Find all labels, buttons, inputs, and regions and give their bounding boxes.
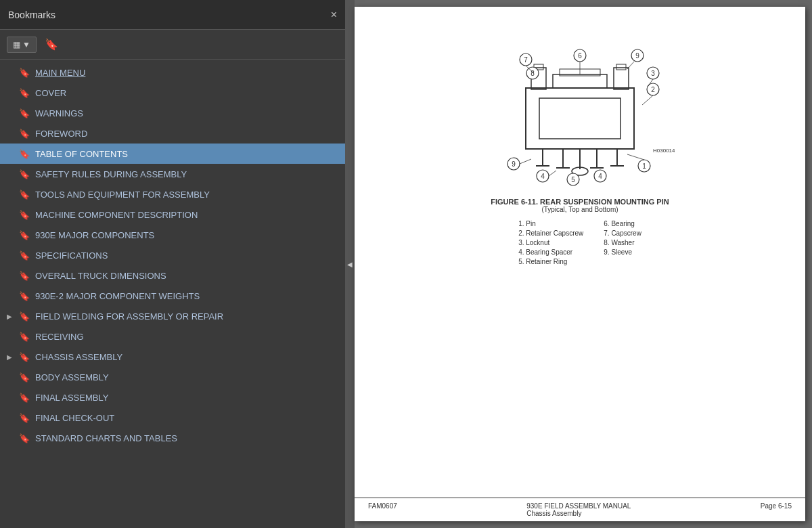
svg-line-43 [627, 62, 634, 69]
bookmark-flag-icon: 🔖 [19, 190, 30, 200]
main-content: 7 6 9 8 3 [355, 0, 812, 528]
bookmark-label: TOOLS AND EQUIPMENT FOR ASSEMBLY [35, 190, 210, 200]
sidebar-header: Bookmarks × [0, 0, 345, 30]
bookmark-label: TABLE OF CONTENTS [35, 149, 128, 159]
bookmark-flag-icon: 🔖 [19, 129, 30, 139]
bookmark-flag-icon: 🔖 [19, 271, 30, 281]
parts-column-right: 6. Bearing7. Capscrew8. Washer9. Sleeve [604, 220, 641, 265]
parts-column-left: 1. Pin2. Retainer Capscrew3. Locknut4. B… [518, 220, 583, 265]
svg-text:7: 7 [524, 56, 528, 64]
bookmark-list: 🔖MAIN MENU🔖COVER🔖WARNINGS🔖FOREWORD🔖TABLE… [0, 60, 345, 528]
part-item: 2. Retainer Capscrew [518, 229, 583, 237]
bookmark-label: SAFETY RULES DURING ASSEMBLY [35, 169, 187, 179]
bookmark-flag-icon: 🔖 [19, 108, 30, 118]
bookmark-flag-icon: 🔖 [19, 210, 30, 220]
svg-text:3: 3 [651, 70, 655, 77]
bookmark-item-final-check-out[interactable]: 🔖FINAL CHECK-OUT [0, 408, 345, 428]
svg-rect-6 [553, 74, 607, 88]
bookmark-label: MAIN MENU [35, 68, 85, 78]
footer-center: 930E FIELD ASSEMBLY MANUALChassis Assemb… [526, 502, 631, 517]
bookmark-item-machine-component[interactable]: 🔖MACHINE COMPONENT DESCRIPTION [0, 204, 345, 225]
bookmark-item-cover[interactable]: 🔖COVER [0, 83, 345, 103]
bookmark-flag-icon: 🔖 [19, 352, 30, 362]
bookmark-flag-icon: 🔖 [19, 372, 30, 382]
svg-rect-0 [526, 88, 634, 149]
svg-line-46 [520, 159, 531, 164]
bookmark-label: FINAL ASSEMBLY [35, 393, 108, 403]
bookmark-flag-icon: 🔖 [19, 149, 30, 159]
bookmark-item-receiving[interactable]: 🔖RECEIVING [0, 326, 345, 347]
pdf-page: 7 6 9 8 3 [355, 7, 805, 521]
svg-rect-5 [616, 64, 626, 70]
figure-diagram: 7 6 9 8 3 [485, 41, 675, 190]
svg-text:5: 5 [571, 176, 575, 183]
bookmark-flag-icon: 🔖 [19, 311, 30, 322]
bookmark-label: STANDARD CHARTS AND TABLES [35, 433, 177, 443]
bookmark-item-body-assembly[interactable]: 🔖BODY ASSEMBLY [0, 367, 345, 387]
bookmark-flag-icon: 🔖 [19, 230, 30, 240]
bookmark-label: FOREWORD [35, 129, 87, 139]
bookmark-item-warnings[interactable]: 🔖WARNINGS [0, 103, 345, 123]
svg-text:6: 6 [578, 52, 582, 60]
bookmark-item-table-of-contents[interactable]: 🔖TABLE OF CONTENTS [0, 144, 345, 164]
expand-arrow: ▶ [7, 313, 16, 320]
parts-list: 1. Pin2. Retainer Capscrew3. Locknut4. B… [518, 220, 641, 265]
bookmark-label: 930E-2 MAJOR COMPONENT WEIGHTS [35, 291, 200, 301]
bookmark-label: 930E MAJOR COMPONENTS [35, 230, 154, 240]
svg-line-48 [627, 154, 644, 160]
dropdown-arrow: ▼ [22, 40, 30, 49]
bookmark-item-main-menu[interactable]: 🔖MAIN MENU [0, 62, 345, 83]
bookmark-item-930e-2-weights[interactable]: 🔖930E-2 MAJOR COMPONENT WEIGHTS [0, 286, 345, 306]
svg-text:4: 4 [598, 173, 602, 180]
bookmark-label: FIELD WELDING FOR ASSEMBLY OR REPAIR [35, 311, 223, 322]
pdf-content: 7 6 9 8 3 [355, 7, 805, 498]
sidebar-title: Bookmarks [8, 9, 55, 20]
svg-rect-4 [614, 68, 629, 89]
bookmark-label: CHASSIS ASSEMBLY [35, 352, 122, 362]
svg-rect-1 [539, 98, 621, 139]
bookmark-item-930e-major[interactable]: 🔖930E MAJOR COMPONENTS [0, 225, 345, 245]
collapse-handle[interactable]: ◀ [345, 0, 355, 528]
bookmark-item-field-welding[interactable]: ▶🔖FIELD WELDING FOR ASSEMBLY OR REPAIR [0, 306, 345, 326]
bookmark-label: BODY ASSEMBLY [35, 372, 109, 382]
svg-text:H030014: H030014 [653, 148, 675, 154]
bookmark-flag-icon: 🔖 [19, 291, 30, 301]
part-item: 4. Bearing Spacer [518, 248, 583, 256]
bookmark-label: OVERALL TRUCK DIMENSIONS [35, 271, 166, 281]
bookmark-icon-button[interactable]: 🔖 [41, 35, 62, 53]
bookmark-item-final-assembly[interactable]: 🔖FINAL ASSEMBLY [0, 387, 345, 408]
bookmark-flag-icon: 🔖 [19, 332, 30, 342]
bookmark-label: WARNINGS [35, 108, 83, 118]
bookmark-item-tools-equipment[interactable]: 🔖TOOLS AND EQUIPMENT FOR ASSEMBLY [0, 184, 345, 204]
close-button[interactable]: × [331, 9, 337, 21]
bookmark-item-specifications[interactable]: 🔖SPECIFICATIONS [0, 245, 345, 265]
figure-subtitle: (Typical, Top and Bottom) [491, 206, 669, 213]
bookmark-label: RECEIVING [35, 332, 84, 342]
part-item: 6. Bearing [604, 220, 641, 227]
expand-all-button[interactable]: ▦ ▼ [7, 37, 37, 53]
svg-text:9: 9 [512, 160, 516, 168]
svg-text:9: 9 [635, 52, 639, 60]
svg-line-47 [549, 171, 556, 176]
figure-caption: FIGURE 6-11. REAR SUSPENSION MOUNTING PI… [491, 198, 669, 213]
bookmark-flag-icon: 🔖 [19, 433, 30, 443]
expand-arrow: ▶ [7, 353, 16, 361]
bookmark-label: MACHINE COMPONENT DESCRIPTION [35, 210, 198, 220]
bookmark-item-chassis-assembly[interactable]: ▶🔖CHASSIS ASSEMBLY [0, 347, 345, 367]
bookmark-item-safety-rules[interactable]: 🔖SAFETY RULES DURING ASSEMBLY [0, 164, 345, 184]
bookmark-item-overall-truck[interactable]: 🔖OVERALL TRUCK DIMENSIONS [0, 265, 345, 286]
sidebar-toolbar: ▦ ▼ 🔖 [0, 30, 345, 60]
expand-icon: ▦ [13, 40, 20, 49]
svg-text:4: 4 [541, 173, 545, 180]
bookmark-flag-icon: 🔖 [19, 88, 30, 98]
part-item: 8. Washer [604, 239, 641, 246]
footer-right: Page 6-15 [761, 502, 792, 517]
part-item: 3. Locknut [518, 239, 583, 246]
bookmark-item-foreword[interactable]: 🔖FOREWORD [0, 123, 345, 144]
figure-container: 7 6 9 8 3 [485, 41, 675, 265]
bookmark-item-standard-charts[interactable]: 🔖STANDARD CHARTS AND TABLES [0, 428, 345, 448]
bookmark-flag-icon: 🔖 [19, 393, 30, 403]
bookmark-flag-icon: 🔖 [19, 250, 30, 261]
part-item: 1. Pin [518, 220, 583, 227]
footer-left: FAM0607 [368, 502, 397, 517]
